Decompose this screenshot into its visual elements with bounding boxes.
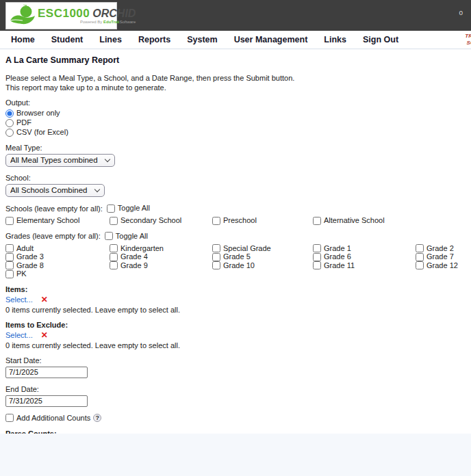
page-title: A La Carte Summary Report: [5, 55, 466, 65]
powered-suffix: Software: [120, 20, 136, 24]
items-exclude-clear-icon[interactable]: ✕: [41, 330, 48, 340]
schools-toggle-all[interactable]: Toggle All: [107, 204, 150, 213]
instruction-line-1: Please select a Meal Type, a School, and…: [5, 74, 466, 83]
grade-3[interactable]: Grade 3: [5, 252, 110, 261]
checkbox-label: Elementary School: [16, 216, 79, 225]
instruction-line-2: This report may take up to a minute to g…: [5, 83, 466, 92]
school-alternative[interactable]: Alternative School: [313, 216, 466, 225]
grade-7[interactable]: Grade 7: [416, 252, 466, 261]
grade-special-checkbox[interactable]: [212, 244, 220, 252]
school-elementary[interactable]: Elementary School: [5, 216, 110, 225]
grade-special[interactable]: Special Grade: [212, 244, 313, 253]
grade-pk[interactable]: PK: [5, 269, 110, 278]
checkbox-label: Preschool: [223, 216, 257, 225]
grades-section: Grades (leave empty for all): Toggle All…: [5, 232, 466, 278]
training-line: TRAINING: [465, 33, 471, 40]
schools-toggle-all-checkbox[interactable]: [107, 204, 115, 213]
items-clear-icon[interactable]: ✕: [41, 295, 48, 304]
items-exclude-label: Items to Exclude:: [5, 321, 466, 329]
checkbox-label: Grade 12: [427, 261, 458, 270]
radio-label: CSV (for Excel): [16, 128, 68, 137]
items-exclude-note: 0 items currently selected. Leave empty …: [5, 341, 466, 349]
checkbox-label: Grade 6: [324, 252, 351, 261]
grade-8-checkbox[interactable]: [5, 261, 14, 269]
grade-9-checkbox[interactable]: [110, 261, 118, 269]
items-exclude-select-link[interactable]: Select...: [5, 331, 33, 339]
additional-counts-checkbox[interactable]: [5, 414, 14, 422]
items-section: Items: Select... ✕ 0 items currently sel…: [5, 285, 466, 314]
grades-toggle-all-checkbox[interactable]: [105, 232, 113, 240]
grade-kindergarten[interactable]: Kindergarten: [110, 244, 212, 253]
output-option-browser[interactable]: Browser only: [5, 109, 466, 118]
nav-item-system[interactable]: System: [179, 35, 225, 44]
items-select-link[interactable]: Select...: [5, 295, 33, 304]
items-note: 0 items currently selected. Leave empty …: [5, 306, 466, 314]
grade-8[interactable]: Grade 8: [5, 261, 110, 270]
items-label: Items:: [5, 285, 466, 293]
grade-4-checkbox[interactable]: [110, 253, 118, 261]
grade-adult-checkbox[interactable]: [5, 244, 14, 252]
grade-2-checkbox[interactable]: [416, 244, 424, 252]
grade-12-checkbox[interactable]: [416, 261, 424, 269]
output-option-csv[interactable]: CSV (for Excel): [5, 128, 466, 137]
nav-item-lines[interactable]: Lines: [91, 35, 130, 44]
grade-3-checkbox[interactable]: [5, 253, 14, 261]
additional-counts-option[interactable]: Add Additional Counts: [5, 414, 90, 423]
checkbox-label: Grade 2: [427, 244, 454, 253]
logo-product: ORCHID: [92, 8, 136, 19]
nav-item-reports[interactable]: Reports: [130, 35, 179, 44]
grade-pk-checkbox[interactable]: [5, 270, 14, 278]
school-section: School: All Schools Combined: [5, 174, 466, 197]
secondary-school-checkbox[interactable]: [110, 217, 118, 225]
grades-grid: Adult Kindergarten Special Grade Grade 1…: [5, 244, 466, 278]
csv-radio[interactable]: [5, 129, 14, 137]
output-option-pdf[interactable]: PDF: [5, 118, 466, 127]
top-bar: ESC1000 ORCHID Powered By EduTrakSoftwar…: [0, 0, 471, 31]
checkbox-label: Secondary School: [120, 216, 181, 225]
grade-5[interactable]: Grade 5: [212, 252, 313, 261]
school-select[interactable]: All Schools Combined: [5, 184, 105, 197]
grade-9[interactable]: Grade 9: [110, 261, 212, 270]
school-preschool[interactable]: Preschool: [212, 216, 313, 225]
grade-5-checkbox[interactable]: [212, 253, 220, 261]
grade-6[interactable]: Grade 6: [313, 252, 416, 261]
browser-only-radio[interactable]: [5, 109, 14, 118]
nav-item-student[interactable]: Student: [43, 35, 92, 44]
grade-12[interactable]: Grade 12: [416, 261, 466, 270]
checkbox-label: PK: [16, 269, 27, 278]
school-secondary[interactable]: Secondary School: [110, 216, 212, 225]
preschool-checkbox[interactable]: [212, 217, 220, 225]
checkbox-label: Grade 11: [324, 261, 355, 270]
checkbox-label: Grade 1: [324, 244, 351, 253]
nav-item-user-management[interactable]: User Management: [226, 35, 316, 44]
app-logo[interactable]: ESC1000 ORCHID Powered By EduTrakSoftwar…: [5, 2, 117, 29]
checkbox-label: Grade 5: [223, 252, 251, 261]
grade-adult[interactable]: Adult: [5, 244, 110, 253]
grades-toggle-all[interactable]: Toggle All: [105, 232, 148, 241]
grade-1[interactable]: Grade 1: [313, 244, 416, 253]
pdf-radio[interactable]: [5, 119, 14, 127]
grade-1-checkbox[interactable]: [313, 244, 321, 252]
end-date-input[interactable]: [5, 395, 88, 407]
checkbox-label: Grade 9: [120, 261, 148, 270]
grade-kindergarten-checkbox[interactable]: [110, 244, 118, 252]
meal-type-select[interactable]: All Meal Types combined: [5, 154, 115, 167]
help-icon[interactable]: ?: [93, 414, 101, 422]
start-date-input[interactable]: [5, 367, 88, 378]
grade-11[interactable]: Grade 11: [313, 261, 416, 270]
end-date-label: End Date:: [5, 385, 466, 393]
radio-label: PDF: [16, 118, 31, 127]
school-label: School:: [5, 174, 466, 182]
nav-item-home[interactable]: Home: [3, 35, 43, 44]
nav-item-sign-out[interactable]: Sign Out: [355, 35, 407, 44]
grade-6-checkbox[interactable]: [313, 253, 321, 261]
nav-item-links[interactable]: Links: [316, 35, 355, 44]
grade-7-checkbox[interactable]: [416, 253, 424, 261]
grade-2[interactable]: Grade 2: [416, 244, 466, 253]
elementary-school-checkbox[interactable]: [5, 217, 14, 225]
grade-11-checkbox[interactable]: [313, 261, 321, 269]
grade-10-checkbox[interactable]: [212, 261, 220, 269]
grade-10[interactable]: Grade 10: [212, 261, 313, 270]
grade-4[interactable]: Grade 4: [110, 252, 212, 261]
alternative-school-checkbox[interactable]: [313, 217, 321, 225]
